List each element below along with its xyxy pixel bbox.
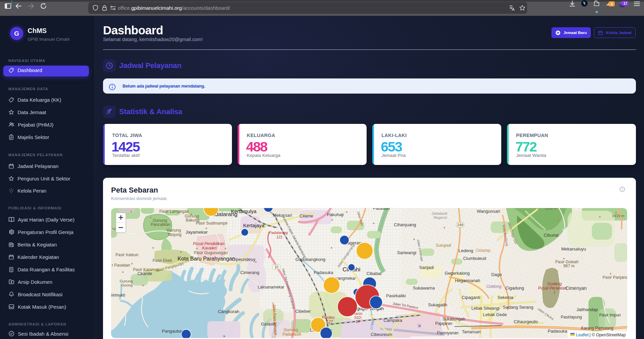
- svg-text:Cipeundeuy: Cipeundeuy: [232, 257, 256, 262]
- svg-text:▲: ▲: [224, 246, 227, 250]
- svg-text:Kertamulya: Kertamulya: [231, 208, 257, 214]
- svg-text:Lebak Siliwangi: Lebak Siliwangi: [471, 306, 499, 311]
- svg-text:Padakasih: Padakasih: [282, 332, 301, 337]
- svg-text:Sukajadi: Sukajadi: [436, 243, 451, 248]
- svg-text:Gunung: Gunung: [167, 228, 181, 233]
- svg-text:Cidadap: Cidadap: [476, 248, 491, 253]
- svg-text:249: 249: [457, 223, 463, 227]
- svg-text:Pangauban: Pangauban: [162, 329, 184, 334]
- svg-text:Gegerkalong: Gegerkalong: [445, 271, 470, 276]
- svg-text:ng: ng: [112, 227, 116, 231]
- svg-text:967 m: 967 m: [563, 264, 574, 268]
- svg-text:▲: ▲: [345, 210, 348, 213]
- svg-text:Gunung: Gunung: [120, 279, 133, 283]
- svg-text:Gudang: Gudang: [547, 281, 562, 286]
- svg-text:Cihanjuang: Cihanjuang: [394, 222, 416, 227]
- svg-text:▲: ▲: [330, 246, 333, 249]
- svg-text:Campaka: Campaka: [383, 318, 402, 323]
- svg-text:Pasir Impun: Pasir Impun: [599, 313, 621, 317]
- svg-text:▲: ▲: [190, 212, 193, 215]
- svg-text:Pasir Ekek: Pasir Ekek: [152, 258, 172, 263]
- svg-text:Jatihandap: Jatihandap: [576, 307, 598, 312]
- svg-text:Wangunsari: Wangunsari: [477, 209, 500, 214]
- svg-text:Tamansari: Tamansari: [462, 330, 480, 334]
- svg-text:▲: ▲: [196, 246, 199, 250]
- svg-text:Pasir Sudimampir: Pasir Sudimampir: [196, 221, 228, 226]
- svg-text:Sarijadi: Sarijadi: [419, 265, 434, 270]
- svg-text:Regensi: Regensi: [434, 215, 447, 219]
- svg-text:Pakuhaji: Pakuhaji: [327, 212, 344, 217]
- svg-text:Pajajaran: Pajajaran: [435, 321, 452, 326]
- svg-text:Kertajaya: Kertajaya: [243, 223, 265, 228]
- svg-text:▲: ▲: [149, 215, 152, 219]
- svg-text:r Paseban: r Paseban: [112, 263, 130, 268]
- svg-text:Pasirlayung: Pasirlayung: [561, 315, 582, 319]
- svg-text:Cikande: Cikande: [137, 271, 152, 276]
- svg-text:Pasir Panjandal: Pasir Panjandal: [603, 275, 627, 280]
- svg-text:Karang Pamulang: Karang Pamulang: [581, 326, 613, 331]
- svg-text:Sukagalih: Sukagalih: [428, 302, 447, 307]
- svg-text:▲: ▲: [180, 250, 183, 253]
- svg-text:▲: ▲: [152, 246, 155, 249]
- svg-text:Laksanamekar: Laksanamekar: [258, 285, 284, 290]
- svg-text:▲: ▲: [255, 260, 258, 263]
- svg-text:Setiabudi: Setiabudi: [432, 211, 447, 215]
- svg-text:Sadang Serang: Sadang Serang: [503, 305, 533, 310]
- svg-text:▲: ▲: [130, 209, 133, 213]
- svg-text:17: 17: [623, 2, 628, 5]
- svg-text:Goong: Goong: [121, 283, 132, 287]
- svg-text:▲: ▲: [205, 226, 208, 230]
- svg-text:Coblong: Coblong: [486, 284, 502, 289]
- svg-text:Mekarsaluyu: Mekarsaluyu: [561, 246, 586, 251]
- svg-text:▲: ▲: [443, 226, 446, 229]
- svg-text:1419 m: 1419 m: [612, 214, 624, 218]
- svg-text:Pamoyanan: Pamoyanan: [437, 331, 459, 335]
- svg-text:Tanjung: Tanjung: [167, 232, 181, 237]
- svg-text:Kota Baru Parahyangan: Kota Baru Parahyangan: [178, 256, 235, 262]
- svg-text:51D;: 51D;: [354, 315, 362, 319]
- svg-text:Ciburial: Ciburial: [544, 233, 558, 238]
- svg-text:▲: ▲: [563, 257, 566, 260]
- svg-text:1288 m: 1288 m: [545, 208, 557, 210]
- svg-text:Cimerang: Cimerang: [240, 270, 259, 275]
- svg-text:▲: ▲: [599, 215, 602, 218]
- svg-text:Pasirkaliki: Pasirkaliki: [386, 293, 406, 298]
- svg-text:▲: ▲: [131, 262, 134, 265]
- svg-text:Ciumbuleuit: Ciumbuleuit: [463, 256, 486, 261]
- svg-text:Gunung: Gunung: [284, 328, 298, 332]
- svg-text:Pancalikan: Pancalikan: [151, 222, 171, 227]
- svg-text:Padasuka: Padasuka: [314, 270, 334, 275]
- svg-text:Girimukti: Girimukti: [111, 293, 125, 298]
- svg-text:Sariwangi: Sariwangi: [397, 250, 416, 255]
- svg-text:▲: ▲: [122, 270, 125, 273]
- svg-text:Cigadung: Cigadung: [505, 285, 524, 291]
- svg-text:Dago: Dago: [491, 272, 502, 277]
- svg-text:Kavaleri: Kavaleri: [202, 246, 217, 250]
- svg-text:Pasir Gugunungan: Pasir Gugunungan: [194, 250, 228, 255]
- svg-text:Cihaurgeulis: Cihaurgeulis: [514, 319, 538, 324]
- svg-text:Cibeber: Cibeber: [295, 309, 311, 314]
- svg-text:▲: ▲: [615, 210, 618, 214]
- svg-text:Cipaganti: Cipaganti: [462, 295, 480, 300]
- svg-text:▲: ▲: [413, 237, 416, 241]
- svg-text:Pusat Peralatan: Pusat Peralatan: [538, 286, 567, 291]
- svg-text:Ledeng: Ledeng: [459, 248, 473, 253]
- svg-text:10: 10: [356, 319, 360, 324]
- svg-text:Cibeureum: Cibeureum: [371, 332, 392, 337]
- svg-text:10: 10: [274, 265, 278, 269]
- svg-text:Cibabat: Cibabat: [367, 271, 382, 276]
- svg-text:Pasir Lampegan: Pasir Lampegan: [159, 209, 189, 214]
- svg-text:Sukabungah: Sukabungah: [442, 317, 465, 321]
- svg-text:Cilame: Cilame: [300, 213, 313, 218]
- svg-text:Cangkorah: Cangkorah: [218, 309, 239, 314]
- svg-text:2: 2: [611, 2, 613, 6]
- svg-text:Pusat Pendidikan: Pusat Pendidikan: [193, 241, 225, 246]
- svg-text:| © OpenStreetMap: | © OpenStreetMap: [589, 333, 626, 337]
- svg-text:Padaasin: Padaasin: [373, 208, 390, 211]
- svg-text:▲: ▲: [609, 272, 612, 275]
- svg-text:Pasir Karamat: Pasir Karamat: [133, 267, 159, 272]
- svg-text:Jayamekar: Jayamekar: [185, 230, 208, 235]
- svg-text:Lebak Gede: Lebak Gede: [483, 312, 507, 317]
- svg-text:121: 121: [276, 235, 282, 239]
- svg-text:▲: ▲: [142, 283, 145, 287]
